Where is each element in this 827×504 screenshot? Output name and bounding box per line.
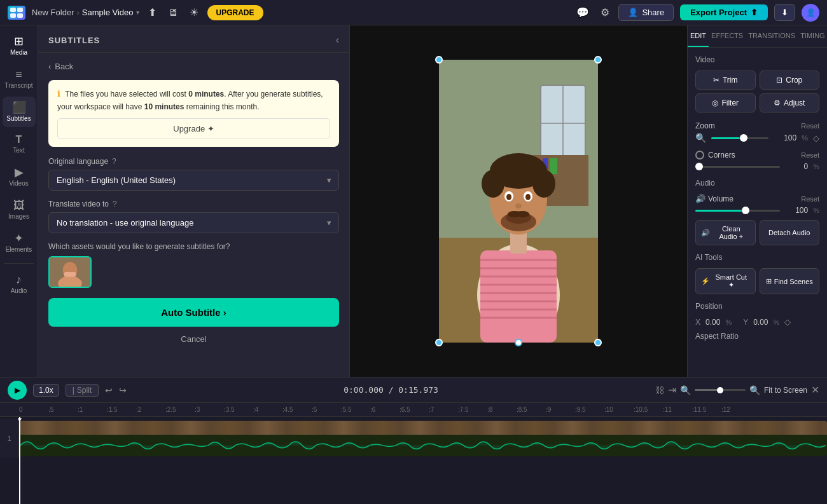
find-scenes-button[interactable]: ⊞ Find Scenes [760, 268, 820, 294]
track-row: 1 [0, 419, 827, 458]
translate-select[interactable]: No translation - use original language [48, 212, 339, 233]
tab-transitions[interactable]: TRANSITIONS [746, 25, 798, 47]
avatar[interactable]: 👤 [802, 4, 819, 22]
original-language-label: Original language ? [48, 157, 339, 166]
playhead-indicator: ▼ [17, 417, 23, 423]
zoom-in-button[interactable]: 🔍 [749, 385, 760, 395]
upload-button[interactable]: ⬆ [146, 4, 159, 21]
handle-top-right[interactable] [594, 56, 602, 64]
video-name-chevron[interactable]: ▾ [136, 9, 139, 16]
download-button[interactable]: ⬇ [774, 4, 795, 21]
assets-group: Which assets would you like to generate … [48, 242, 339, 288]
breadcrumb-sep: › [76, 8, 79, 17]
volume-slider[interactable] [695, 210, 780, 212]
sidebar-item-subtitles[interactable]: ⬛ Subtitles [3, 97, 36, 127]
video-container [439, 60, 598, 343]
translate-help[interactable]: ? [113, 200, 117, 208]
sidebar-item-elements[interactable]: ✦ Elements [3, 228, 36, 258]
svg-rect-23 [480, 250, 557, 343]
zoom-unit: % [802, 134, 808, 142]
cancel-link[interactable]: Cancel [48, 334, 339, 344]
fit-width-button[interactable]: ⇥ [668, 384, 676, 396]
share-button[interactable]: 👤 Share [618, 4, 674, 21]
clean-audio-button[interactable]: 🔊 Clean Audio + [695, 220, 756, 245]
upgrade-box-button[interactable]: Upgrade ✦ [57, 118, 330, 139]
upgrade-button[interactable]: UPGRADE [207, 5, 263, 20]
collapse-button[interactable]: ‹ [336, 34, 339, 46]
adjust-button[interactable]: ⚙ Adjust [760, 93, 820, 112]
sidebar-item-text[interactable]: T Text [3, 130, 36, 159]
pos-diamond-icon[interactable]: ◇ [784, 317, 791, 327]
volume-reset[interactable]: Reset [801, 195, 819, 203]
tab-timing[interactable]: TIMING [798, 25, 827, 47]
sidebar-item-media[interactable]: ⊞ Media [3, 31, 36, 61]
folder-name[interactable]: New Folder [32, 8, 74, 17]
asset-thumbnail[interactable] [48, 256, 92, 288]
undo-button[interactable]: ↩ [105, 385, 113, 395]
back-button[interactable]: ‹ Back [48, 62, 339, 71]
original-language-help[interactable]: ? [112, 157, 116, 166]
timeline-zoom-thumb[interactable] [717, 387, 723, 393]
sidebar-label-text: Text [13, 147, 24, 154]
link-icon-button[interactable]: ⛓ [655, 385, 664, 395]
monitor-button[interactable]: 🖥 [165, 4, 181, 21]
handle-bottom-right[interactable] [594, 339, 602, 346]
tab-effects[interactable]: EFFECTS [709, 25, 746, 47]
zoom-section: Zoom Reset 🔍 100 % ◇ [695, 121, 819, 143]
tab-edit[interactable]: EDIT [688, 25, 709, 47]
export-button[interactable]: Export Project ⬆ [680, 4, 768, 20]
sidebar-label-images: Images [8, 213, 29, 220]
pos-y-value: 0.00 [753, 318, 768, 327]
auto-subtitle-button[interactable]: Auto Subtitle › [48, 298, 339, 327]
sidebar-item-transcript[interactable]: ≡ Transcript [3, 64, 36, 94]
handle-top-left[interactable] [435, 56, 443, 64]
corners-slider[interactable] [695, 166, 780, 168]
svg-point-7 [65, 263, 74, 273]
clean-audio-label: Clean Audio + [712, 225, 750, 240]
sidebar-item-videos[interactable]: ▶ Videos [3, 161, 36, 192]
filter-button[interactable]: ◎ Filter [695, 93, 756, 112]
sidebar-item-images[interactable]: 🖼 Images [3, 194, 36, 225]
track-content[interactable] [19, 419, 827, 458]
zoom-diamond-icon[interactable]: ◇ [813, 133, 819, 143]
play-button[interactable]: ▶ [8, 381, 27, 400]
volume-value: 100 [785, 206, 808, 215]
speed-selector[interactable]: 1.0x [33, 384, 59, 397]
pos-y-unit: % [774, 318, 780, 326]
language-select[interactable]: English - English (United States) [48, 170, 339, 191]
timeline-zoom-slider[interactable] [695, 389, 746, 391]
ai-tools-title: AI Tools [695, 253, 819, 262]
handle-bottom-left[interactable] [435, 339, 443, 346]
handle-bottom-center[interactable] [515, 339, 522, 346]
zoom-reset[interactable]: Reset [801, 122, 819, 130]
timeline-section: ▶ 1.0x | Split ↩ ↪ 0:00.000 / 0:15.973 ⛓… [0, 377, 827, 504]
smart-cut-button[interactable]: ⚡ Smart Cut ✦ [695, 268, 756, 294]
subtitles-title: SUBTITLES [48, 36, 100, 45]
smart-cut-label: Smart Cut ✦ [712, 273, 750, 289]
sidebar-item-audio[interactable]: ♪ Audio [3, 269, 36, 299]
video-preview[interactable] [439, 60, 598, 343]
comment-button[interactable]: 💬 [574, 4, 592, 21]
trim-button[interactable]: ✂ Trim [695, 71, 756, 90]
sun-button[interactable]: ☀ [187, 4, 201, 21]
zoom-out-button[interactable]: 🔍 [680, 385, 691, 395]
preview-area [350, 25, 687, 377]
detach-audio-button[interactable]: Detach Audio [760, 220, 820, 245]
detach-audio-label: Detach Audio [768, 229, 810, 236]
video-name[interactable]: Sample Video [82, 8, 134, 17]
split-button[interactable]: | Split [66, 384, 99, 397]
fit-screen-button[interactable]: Fit to Screen [764, 386, 807, 395]
redo-button[interactable]: ↪ [119, 385, 127, 395]
sidebar-label-audio: Audio [11, 287, 27, 294]
corners-unit: % [813, 163, 819, 170]
crop-button[interactable]: ⊡ Crop [760, 71, 820, 90]
settings-button[interactable]: ⚙ [598, 4, 612, 21]
share-label: Share [642, 8, 664, 17]
ai-tools: ⚡ Smart Cut ✦ ⊞ Find Scenes [695, 268, 819, 294]
right-tabs: EDIT EFFECTS TRANSITIONS TIMING [688, 25, 827, 48]
find-scenes-label: Find Scenes [774, 278, 813, 285]
corners-section: Corners Reset 0 % [695, 151, 819, 171]
zoom-slider[interactable] [711, 137, 768, 139]
close-timeline-button[interactable]: ✕ [811, 384, 819, 396]
corners-reset[interactable]: Reset [801, 151, 819, 159]
